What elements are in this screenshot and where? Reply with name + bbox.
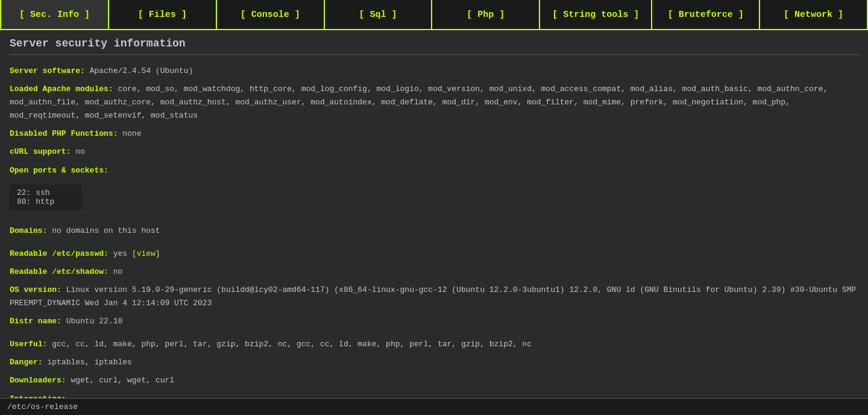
nav-sec-info-label: [ Sec. Info ] (19, 10, 90, 20)
nav-network[interactable]: [ Network ] (760, 0, 868, 29)
disabled-php-label: Disabled PHP Functions: (10, 129, 118, 138)
nav-bruteforce-label: [ Bruteforce ] (668, 10, 744, 20)
loaded-modules-row: Loaded Apache modules: core, mod_so, mod… (10, 83, 858, 122)
port-80: 80: http (17, 197, 75, 206)
server-software-label: Server software: (10, 66, 85, 75)
nav-files-label: [ Files ] (138, 10, 187, 20)
readable-passwd-row: Readable /etc/passwd: yes [view] (10, 247, 858, 261)
curl-label: cURL support: (10, 147, 71, 156)
nav-console[interactable]: [ Console ] (217, 0, 325, 29)
downloaders-label: Downloaders: (10, 376, 66, 385)
page-title: Server security information (10, 37, 858, 55)
main-content: Server security information Server softw… (0, 30, 868, 415)
nav-console-label: [ Console ] (241, 10, 300, 20)
open-ports-label: Open ports & sockets: (10, 166, 108, 175)
userful-label: Userful: (10, 340, 47, 349)
nav-php[interactable]: [ Php ] (432, 0, 540, 29)
os-release-path: /etc/os-release (7, 402, 78, 411)
nav-sec-info[interactable]: [ Sec. Info ] (0, 0, 109, 29)
server-software-value: Apache/2.4.54 (Ubuntu) (90, 66, 193, 75)
loaded-modules-value: core, mod_so, mod_watchdog, http_core, m… (10, 84, 828, 120)
curl-row: cURL support: no (10, 145, 858, 159)
danger-label: Danger: (10, 358, 43, 367)
open-ports-row: Open ports & sockets: (10, 164, 858, 177)
disabled-php-row: Disabled PHP Functions: none (10, 127, 858, 141)
domains-row: Domains: no domains on this host (10, 224, 858, 238)
distr-name-value: Ubuntu 22.10 (66, 317, 123, 326)
downloaders-row: Downloaders: wget, curl, wget, curl (10, 374, 858, 387)
os-release-bar: /etc/os-release (0, 398, 868, 415)
nav-string-tools-label: [ String tools ] (552, 10, 639, 20)
domains-label: Domains: (10, 226, 47, 235)
readable-shadow-label: Readable /etc/shadow: (10, 267, 108, 276)
os-version-label: OS version: (10, 285, 61, 294)
curl-value: no (75, 147, 85, 156)
nav-sql[interactable]: [ Sql ] (325, 0, 433, 29)
os-version-value: Linux version 5.19.0-29-generic (buildd@… (10, 285, 856, 308)
server-software-row: Server software: Apache/2.4.54 (Ubuntu) (10, 65, 858, 78)
nav-files[interactable]: [ Files ] (109, 0, 217, 29)
disabled-php-value: none (122, 129, 141, 138)
os-version-row: OS version: Linux version 5.19.0-29-gene… (10, 284, 858, 310)
view-passwd-link[interactable]: [view] (132, 249, 160, 258)
readable-shadow-row: Readable /etc/shadow: no (10, 265, 858, 279)
nav-sql-label: [ Sql ] (359, 10, 397, 20)
readable-passwd-label: Readable /etc/passwd: (10, 249, 108, 258)
port-22: 22: ssh (17, 188, 75, 197)
userful-value: gcc, cc, ld, make, php, perl, tar, gzip,… (52, 340, 532, 349)
userful-row: Userful: gcc, cc, ld, make, php, perl, t… (10, 338, 858, 351)
downloaders-value: wget, curl, wget, curl (71, 376, 174, 385)
domains-value: no domains on this host (52, 226, 160, 235)
readable-shadow-value: no (113, 267, 123, 276)
ports-block: 22: ssh 80: http (10, 185, 82, 210)
distr-name-label: Distr name: (10, 317, 61, 326)
nav-string-tools[interactable]: [ String tools ] (540, 0, 652, 29)
distr-name-row: Distr name: Ubuntu 22.10 (10, 315, 858, 328)
nav-network-label: [ Network ] (784, 10, 843, 20)
nav-bruteforce[interactable]: [ Bruteforce ] (652, 0, 760, 29)
loaded-modules-label: Loaded Apache modules: (10, 84, 113, 93)
nav-bar: [ Sec. Info ] [ Files ] [ Console ] [ Sq… (0, 0, 868, 30)
nav-php-label: [ Php ] (467, 10, 505, 20)
readable-passwd-value: yes (113, 249, 127, 258)
danger-value: iptables, iptables (47, 358, 131, 367)
danger-row: Danger: iptables, iptables (10, 356, 858, 369)
